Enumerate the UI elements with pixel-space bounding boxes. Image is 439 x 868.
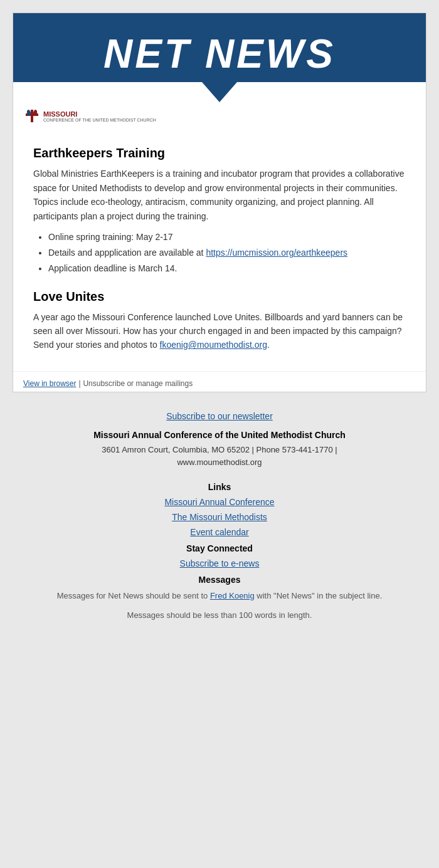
logo-text-group: MISSOURI CONFERENCE OF THE UNITED METHOD… [43, 110, 156, 122]
messages-header: Messages [25, 575, 414, 585]
page-wrapper: NET NEWS MISSOURI CONFERENCE OF THE UNI [0, 0, 439, 660]
newsletter-title: NET NEWS [26, 32, 413, 76]
unsubscribe-text: Unsubscribe or manage mailings [83, 379, 193, 388]
subscribe-enews-link[interactable]: Subscribe to e-news [25, 558, 414, 568]
logo-name: MISSOURI [43, 110, 156, 118]
messages-note: Messages should be less than 100 words i… [25, 609, 414, 622]
messages-text: Messages for Net News should be sent to … [25, 590, 414, 603]
email-card: NET NEWS MISSOURI CONFERENCE OF THE UNI [13, 13, 426, 392]
org-name: Missouri Annual Conference of the United… [25, 430, 414, 440]
fred-koenig-link[interactable]: Fred Koenig [210, 591, 255, 600]
logo-bar: MISSOURI CONFERENCE OF THE UNITED METHOD… [13, 102, 426, 127]
missouri-annual-conference-link[interactable]: Missouri Annual Conference [25, 497, 414, 507]
header-banner: NET NEWS [13, 13, 426, 82]
messages-text2: with "Net News" in the subject line. [255, 591, 383, 600]
love-unites-body: A year ago the Missouri Conference launc… [33, 310, 406, 352]
view-in-browser-link[interactable]: View in browser [23, 379, 76, 388]
bottom-footer: Subscribe to our newsletter Missouri Ann… [0, 392, 439, 635]
address-line2: www.moumethodist.org [177, 458, 262, 467]
missouri-methodists-link[interactable]: The Missouri Methodists [25, 512, 414, 522]
content-area: Earthkeepers Training Global Ministries … [13, 127, 426, 370]
event-calendar-link[interactable]: Event calendar [25, 527, 414, 537]
messages-text1: Messages for Net News should be sent to [57, 591, 210, 600]
earthkeepers-link[interactable]: https://umcmission.org/earthkeepers [206, 248, 347, 258]
footer-links-bar: View in browser | Unsubscribe or manage … [13, 371, 426, 392]
earthkeepers-list: Online spring training: May 2-17 Details… [48, 229, 406, 277]
address-line1: 3601 Amron Court, Columbia, MO 65202 | P… [102, 445, 337, 454]
umc-logo: MISSOURI CONFERENCE OF THE UNITED METHOD… [23, 107, 156, 125]
header-triangle [13, 82, 426, 102]
address-text: 3601 Amron Court, Columbia, MO 65202 | P… [25, 444, 414, 470]
stay-connected-header: Stay Connected [25, 543, 414, 553]
bullet-text-prefix: Details and appplication are available a… [48, 248, 206, 258]
logo-subtext: CONFERENCE OF THE UNITED METHODIST CHURC… [43, 118, 156, 122]
love-unites-title: Love Unites [33, 290, 406, 304]
list-item: Online spring training: May 2-17 [48, 229, 406, 245]
love-unites-text2: . [267, 340, 270, 350]
list-item: Details and appplication are available a… [48, 245, 406, 261]
list-item: Application deadline is March 14. [48, 261, 406, 276]
subscribe-newsletter-link[interactable]: Subscribe to our newsletter [25, 411, 414, 421]
separator: | [78, 379, 80, 388]
umc-cross-flame-icon [23, 107, 41, 125]
earthkeepers-body: Global Ministries EarthKeepers is a trai… [33, 167, 406, 223]
earthkeepers-title: Earthkeepers Training [33, 146, 406, 160]
email-link[interactable]: fkoenig@moumethodist.org [160, 340, 267, 350]
links-header: Links [25, 482, 414, 492]
